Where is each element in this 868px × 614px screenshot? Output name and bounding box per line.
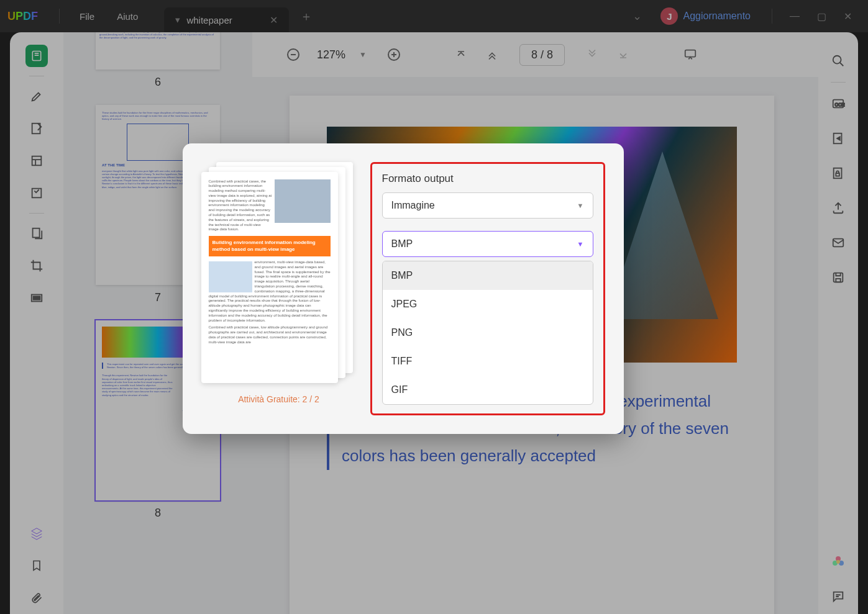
export-dialog: Combined with practical cases, the build…: [183, 143, 624, 434]
format-option-bmp[interactable]: BMP: [383, 261, 593, 290]
preview-page-front: Combined with practical cases, the build…: [201, 172, 338, 383]
export-preview: Combined with practical cases, the build…: [201, 162, 357, 415]
output-format-label: Formato output: [382, 173, 593, 185]
image-format-dropdown: BMP JPEG PNG TIFF GIF: [382, 261, 593, 405]
format-option-gif[interactable]: GIF: [383, 376, 593, 404]
image-format-select[interactable]: BMP ▼: [382, 231, 593, 257]
modal-overlay: Combined with practical cases, the build…: [0, 0, 868, 614]
export-form-highlight: Formato output Immagine ▼ BMP ▼ BMP JPEG…: [370, 162, 605, 415]
format-option-tiff[interactable]: TIFF: [383, 347, 593, 376]
free-activities-label: Attività Gratuite: 2 / 2: [201, 394, 357, 404]
select-value: Immagine: [391, 200, 435, 211]
select-value: BMP: [391, 238, 413, 250]
chevron-down-icon: ▼: [577, 240, 584, 248]
format-option-png[interactable]: PNG: [383, 318, 593, 347]
preview-orange-banner: Building environment information modelin…: [209, 236, 331, 256]
format-option-jpeg[interactable]: JPEG: [383, 290, 593, 318]
chevron-down-icon: ▼: [577, 202, 584, 209]
output-type-select[interactable]: Immagine ▼: [382, 192, 593, 219]
